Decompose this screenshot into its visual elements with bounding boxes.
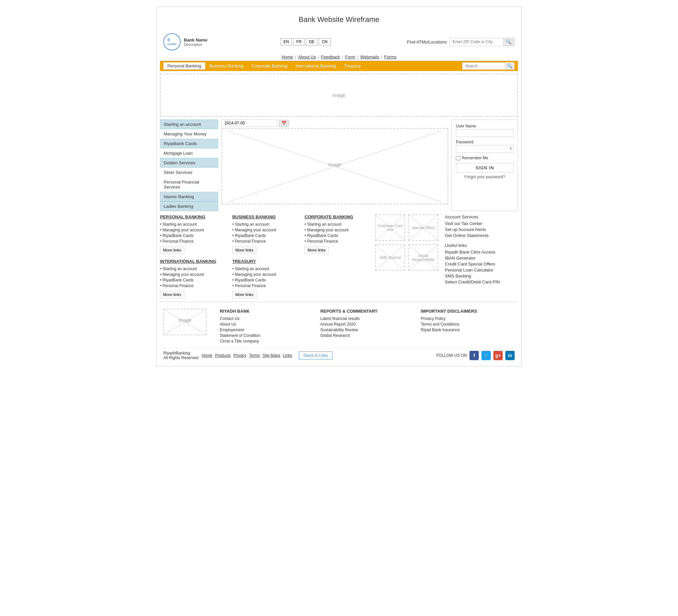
header: RLOGO Bank Name Description EN FR DE CN … [160, 31, 518, 53]
customer-care-box[interactable]: Customer Care Unit [375, 215, 405, 241]
share-links-button[interactable]: Share & Links [299, 351, 332, 359]
footer-insurance[interactable]: Riyad Bank Insurance [421, 328, 515, 332]
google-plus-icon[interactable]: g+ [493, 351, 503, 360]
footer-annual[interactable]: Annual Report 2020 [321, 322, 414, 326]
sidebar-item-golden[interactable]: Golden Services [160, 158, 218, 167]
forgot-password-link[interactable]: Forgot your password? [456, 175, 514, 179]
lang-fr[interactable]: FR [293, 38, 304, 45]
password-icon: ⬇ [509, 146, 512, 151]
twitter-icon[interactable]: 🐦 [482, 351, 491, 360]
remember-label: Remember Me [462, 156, 488, 160]
list-item: Managing your account [232, 228, 300, 232]
footer-nav-sitemaps[interactable]: Site Maps [263, 353, 280, 358]
top-nav-webmails[interactable]: Webmails [360, 54, 379, 60]
footer-circle[interactable]: Circle a Title company [220, 339, 314, 344]
sidebar-item-starting-account[interactable]: Starting an account [160, 119, 218, 129]
signin-button[interactable]: SIGN IN [456, 163, 514, 172]
account-alerts-link[interactable]: Set up Account Alerts [445, 227, 518, 232]
nav-business-banking[interactable]: Business Banking [205, 63, 248, 69]
international-banking-title: INTERNATIONAL BANKING [160, 259, 227, 264]
loan-calc-link[interactable]: Personal Loan Calculator [445, 268, 518, 272]
citrix-link[interactable]: Riyadh Bank Citrix Access [445, 249, 518, 255]
calendar-button[interactable]: 📅 [279, 120, 289, 127]
remember-me-wrap: Remember Me [456, 156, 514, 160]
footer-terms[interactable]: Terms and Conditions [421, 322, 515, 326]
footer-nav-terms[interactable]: Terms [249, 353, 260, 358]
footer-contact[interactable]: Contact Us [220, 316, 314, 321]
footer-about[interactable]: About Us [220, 322, 314, 326]
atm-search-button[interactable]: 🔍 [503, 38, 514, 46]
top-nav-forms[interactable]: Forms [384, 54, 397, 60]
sidebar-item-personal-financial[interactable]: Personal Financial Services [160, 177, 218, 192]
footer-sustainability[interactable]: Sustainability Review [321, 328, 414, 332]
remember-checkbox[interactable] [456, 156, 460, 160]
lang-en[interactable]: EN [280, 38, 292, 45]
corporate-more-links[interactable]: More links [304, 246, 329, 254]
username-input[interactable] [456, 129, 514, 137]
footer-employment[interactable]: Employement [220, 328, 314, 332]
sidebar-item-ladies[interactable]: Ladies Banking [160, 201, 218, 211]
linkedin-icon[interactable]: in [505, 351, 515, 360]
list-item: Starting an account [232, 222, 300, 227]
online-statements-link[interactable]: Get Online Statements [445, 233, 518, 238]
sidebar-item-cards[interactable]: Riyadbank Cards [160, 139, 218, 148]
lang-cn[interactable]: CN [319, 38, 330, 45]
sme-box[interactable]: SME Took kit [375, 244, 405, 271]
footer-financial[interactable]: Latest financial results [321, 316, 414, 321]
main-nav: Personal Banking Business Banking Corpor… [160, 61, 518, 71]
treasury-more-links[interactable]: More links [232, 291, 257, 298]
facebook-icon[interactable]: f [469, 351, 479, 360]
social-responsibility-box[interactable]: Social Responsibility [408, 244, 438, 271]
footer-logo-image: Image [163, 309, 206, 335]
atm-input-wrap: 🔍 [450, 38, 515, 46]
business-banking-col: BUSINESS BANKING Starting an account Man… [232, 215, 300, 254]
svg-text:Image: Image [328, 162, 341, 167]
sidebar: Starting an account Managing Your Money … [160, 119, 218, 211]
sms-banking-link[interactable]: SMS Banking [445, 273, 518, 278]
logo-area: RLOGO Bank Name Description [163, 33, 208, 50]
personal-more-links[interactable]: More links [160, 246, 184, 254]
tax-center-link[interactable]: Visit our Tax Center [445, 221, 518, 226]
footer-statement[interactable]: Statement of Condition [220, 333, 314, 338]
pin-link[interactable]: Select Credit/Debit Card PIN [445, 279, 518, 284]
top-columns: PERSONAL BANKING Starting an account Man… [160, 215, 372, 254]
nav-personal-banking[interactable]: Personal Banking [163, 63, 205, 69]
nav-international-banking[interactable]: International Banking [292, 63, 340, 69]
follow-label: FOLLOW US ON [436, 353, 467, 358]
business-more-links[interactable]: More links [232, 246, 257, 254]
top-nav-about[interactable]: About Us [298, 54, 316, 60]
lang-de[interactable]: DE [306, 38, 317, 45]
sidebar-item-silver[interactable]: Silver Services [160, 167, 218, 177]
top-nav-form[interactable]: Form [345, 54, 355, 60]
footer-nav-products[interactable]: Products [215, 353, 230, 358]
useful-links-section: Useful links Riyadh Bank Citrix Access I… [445, 243, 518, 284]
sidebar-item-managing-money[interactable]: Managing Your Money [160, 129, 218, 139]
footer-global[interactable]: Global Research [321, 333, 414, 338]
username-label: User Name [456, 124, 514, 128]
nav-search-input[interactable] [462, 63, 505, 70]
footer-nav-home[interactable]: Home [201, 353, 212, 358]
footer-top: Image RIYADH BANK Contact Us About Us Em… [160, 305, 518, 348]
nav-search-button[interactable]: 🔍 [505, 62, 515, 70]
nav-corporate-banking[interactable]: Corporate Banking [248, 63, 291, 69]
useful-links-title: Useful links [445, 243, 518, 248]
footer-nav-links[interactable]: Links [283, 353, 292, 358]
credit-card-link[interactable]: Credit Card Special Offers [445, 262, 518, 267]
personal-banking-list: Starting an account Managing your accoun… [160, 222, 227, 244]
list-item: Starting an account [160, 222, 227, 227]
date-input[interactable] [222, 119, 277, 127]
iban-link[interactable]: IBAN Generator [445, 256, 518, 261]
logo: RLOGO [163, 33, 181, 50]
special-offers-box[interactable]: Special Offers [408, 215, 438, 241]
bottom-content-wrapper: PERSONAL BANKING Starting an account Man… [160, 215, 518, 298]
password-input[interactable] [456, 145, 514, 153]
sidebar-item-mortgage[interactable]: Mortgage Loan [160, 148, 218, 158]
atm-input[interactable] [450, 38, 503, 45]
nav-treasury[interactable]: Treasury [340, 63, 365, 69]
sidebar-item-islamic[interactable]: Islamic Banking [160, 192, 218, 201]
top-nav-feedback[interactable]: Feedback [321, 54, 340, 60]
international-more-links[interactable]: More links [160, 291, 184, 298]
footer-nav-privacy[interactable]: Privacy [233, 353, 247, 358]
footer-privacy[interactable]: Privacy Policy [421, 316, 515, 321]
top-nav-home[interactable]: Home [281, 54, 293, 60]
